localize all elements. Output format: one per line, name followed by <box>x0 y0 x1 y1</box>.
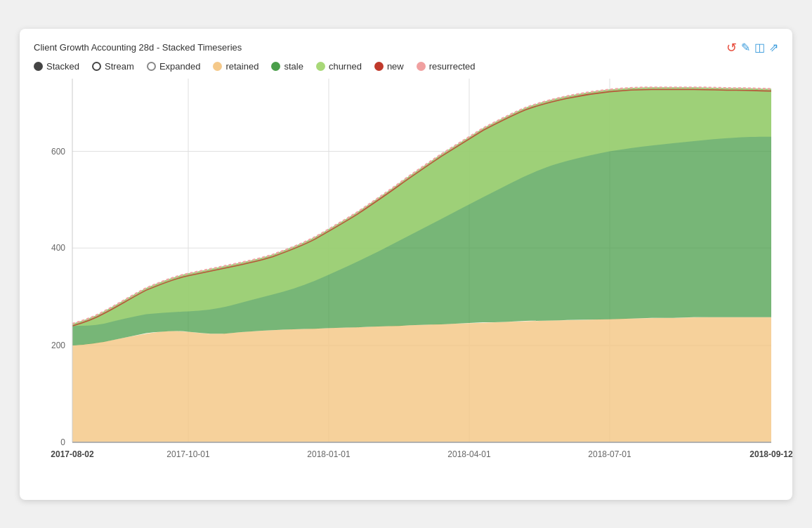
y-label-0: 0 <box>60 437 65 447</box>
refresh-icon[interactable]: ↺ <box>726 40 737 55</box>
legend-stream[interactable]: Stream <box>92 61 134 72</box>
chart-container: Client Growth Accounting 28d - Stacked T… <box>20 29 792 500</box>
legend-stacked[interactable]: Stacked <box>34 61 79 72</box>
legend-label-retained: retained <box>225 61 258 72</box>
legend-stale[interactable]: stale <box>271 61 303 72</box>
chart-header: Client Growth Accounting 28d - Stacked T… <box>34 40 778 55</box>
edit-icon[interactable]: ✎ <box>741 41 750 54</box>
retained-area <box>72 317 771 442</box>
legend-dot-churned <box>316 62 325 71</box>
x-label-2: 2018-01-01 <box>307 449 351 458</box>
legend: Stacked Stream Expanded retained stale c… <box>34 61 778 72</box>
legend-dot-retained <box>213 62 222 71</box>
legend-label-stale: stale <box>284 61 303 72</box>
y-label-600: 600 <box>51 146 65 156</box>
x-label-0: 2017-08-02 <box>51 449 94 458</box>
legend-label-expanded: Expanded <box>159 61 201 72</box>
y-label-400: 400 <box>51 243 65 253</box>
legend-dot-expanded <box>147 62 156 71</box>
share-icon[interactable]: ⇗ <box>769 41 778 54</box>
legend-dot-stream <box>92 62 101 71</box>
legend-label-resurrected: resurrected <box>429 61 476 72</box>
chart-title: Client Growth Accounting 28d - Stacked T… <box>34 42 242 53</box>
table-icon[interactable]: ◫ <box>754 41 765 54</box>
legend-label-churned: churned <box>329 61 362 72</box>
legend-resurrected[interactable]: resurrected <box>417 61 476 72</box>
x-label-3: 2018-04-01 <box>447 449 491 458</box>
x-label-5: 2018-09-12 <box>749 449 793 458</box>
legend-label-stream: Stream <box>105 61 134 72</box>
legend-retained[interactable]: retained <box>213 61 258 72</box>
legend-new[interactable]: new <box>374 61 404 72</box>
y-label-200: 200 <box>51 341 65 350</box>
legend-label-new: new <box>387 61 404 72</box>
x-label-4: 2018-07-01 <box>588 449 631 458</box>
main-chart-svg: 0 200 400 600 <box>34 79 778 486</box>
chart-actions: ↺ ✎ ◫ ⇗ <box>726 40 778 55</box>
legend-churned[interactable]: churned <box>316 61 362 72</box>
legend-expanded[interactable]: Expanded <box>147 61 201 72</box>
legend-label-stacked: Stacked <box>46 61 79 72</box>
chart-area: 0 200 400 600 <box>34 79 778 486</box>
legend-dot-new <box>374 62 384 71</box>
x-label-1: 2017-10-01 <box>166 449 210 458</box>
legend-dot-resurrected <box>417 62 426 71</box>
legend-dot-stale <box>271 62 280 71</box>
legend-dot-stacked <box>34 62 43 71</box>
